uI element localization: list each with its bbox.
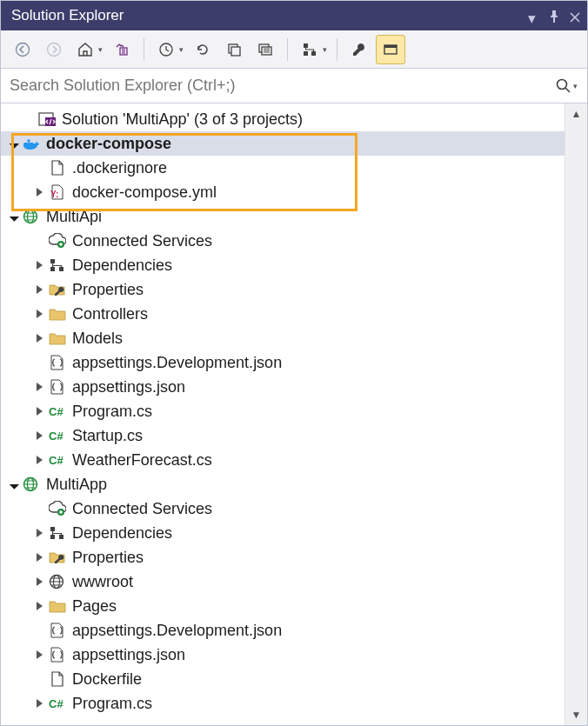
tree-item[interactable]: docker-compose <box>1 131 565 156</box>
tree-item-label: Controllers <box>72 305 148 323</box>
tree-item[interactable]: Dockerfile <box>1 667 565 691</box>
pin-icon[interactable] <box>549 10 561 22</box>
tree-item[interactable]: appsettings.Development.json <box>1 618 565 643</box>
tree-item[interactable]: C#Program.cs <box>1 399 565 423</box>
web-proj-icon <box>22 476 41 493</box>
tree-item-label: Pages <box>72 597 117 616</box>
expander-icon[interactable] <box>6 210 20 223</box>
tree-item[interactable]: wwwroot <box>1 569 565 594</box>
expander-icon[interactable] <box>32 331 46 345</box>
expander-icon[interactable] <box>32 283 46 296</box>
tree-item-label: appsettings.Development.json <box>72 354 282 372</box>
search-icon[interactable]: ▾ <box>554 77 578 95</box>
titlebar: Solution Explorer ▾ <box>1 1 587 30</box>
svg-rect-33 <box>50 527 55 531</box>
tree-item[interactable]: Dependencies <box>1 253 565 277</box>
tree-item[interactable]: appsettings.Development.json <box>1 350 565 375</box>
tree-item-label: Connected Services <box>72 500 212 518</box>
home-button[interactable] <box>70 35 100 64</box>
tree-item[interactable]: Dependencies <box>1 521 565 545</box>
cs-icon: C# <box>48 451 67 469</box>
solution-icon <box>37 110 57 128</box>
connected-icon <box>48 232 67 250</box>
expander-icon[interactable] <box>32 429 46 443</box>
tree-item-label: MultiApi <box>46 208 102 226</box>
tree-item[interactable]: appsettings.json <box>1 375 565 399</box>
tree-item-label: Solution 'MultiApp' (3 of 3 projects) <box>62 110 303 129</box>
tree-item[interactable]: Models <box>1 326 565 350</box>
collapse-all-button[interactable] <box>219 35 249 64</box>
expander-icon[interactable] <box>32 380 46 394</box>
class-view-button[interactable] <box>295 35 324 64</box>
cs-icon: C# <box>48 427 67 444</box>
tree-item-label: Connected Services <box>72 232 212 250</box>
tree-item[interactable]: Properties <box>1 545 565 569</box>
svg-point-1 <box>48 43 61 56</box>
tree-item[interactable]: C#Startup.cs <box>1 423 565 448</box>
tree-item-label: Properties <box>72 281 144 299</box>
tree-item[interactable]: C#WeatherForecast.cs <box>1 448 565 472</box>
search-input[interactable] <box>10 77 554 95</box>
tree-item-label: Models <box>72 330 123 348</box>
tree-item[interactable]: Connected Services <box>1 229 565 253</box>
scroll-down-icon[interactable]: ▼ <box>571 704 582 725</box>
expander-icon[interactable] <box>32 404 46 418</box>
nav-back-button[interactable] <box>8 35 37 64</box>
tree-item-label: appsettings.json <box>72 378 185 396</box>
tree-item[interactable]: MultiApp <box>1 472 565 496</box>
tree-item[interactable]: appsettings.json <box>1 643 565 667</box>
close-icon[interactable] <box>570 10 582 22</box>
tree-item[interactable]: Y:docker-compose.yml <box>1 180 565 204</box>
tree-item[interactable]: Properties <box>1 277 565 302</box>
tree-view[interactable]: Solution 'MultiApp' (3 of 3 projects)doc… <box>1 103 565 725</box>
svg-rect-10 <box>311 51 316 56</box>
expander-icon[interactable] <box>32 648 46 662</box>
file-icon <box>48 670 67 688</box>
tree-item-label: .dockerignore <box>72 159 167 177</box>
expander-icon[interactable] <box>32 258 46 272</box>
expander-icon[interactable] <box>6 137 20 150</box>
properties-button[interactable] <box>344 35 374 64</box>
expander-icon[interactable] <box>32 575 46 589</box>
expander-icon[interactable] <box>32 307 46 321</box>
scroll-up-icon[interactable]: ▲ <box>571 103 582 124</box>
web-proj-icon <box>22 208 41 225</box>
expander-icon[interactable] <box>32 599 46 613</box>
tree-item[interactable]: Connected Services <box>1 496 565 521</box>
tree-item[interactable]: Solution 'MultiApp' (3 of 3 projects) <box>1 107 565 131</box>
svg-rect-26 <box>59 267 63 271</box>
expander-icon[interactable] <box>32 453 46 467</box>
scrollbar[interactable]: ▲ ▼ <box>565 103 587 725</box>
tree-item[interactable]: C#Program.cs <box>1 691 565 716</box>
tree-item[interactable]: .dockerignore <box>1 156 565 180</box>
search-bar: ▾ <box>1 69 587 103</box>
expander-icon[interactable] <box>6 477 20 491</box>
show-all-files-button[interactable] <box>251 35 280 64</box>
preview-button[interactable] <box>376 35 405 64</box>
expander-icon[interactable] <box>32 550 46 564</box>
svg-text:C#: C# <box>49 430 63 443</box>
tree-item[interactable]: Controllers <box>1 302 565 326</box>
svg-rect-7 <box>262 47 271 55</box>
svg-rect-8 <box>304 43 308 48</box>
expander-icon[interactable] <box>32 526 46 540</box>
history-button[interactable] <box>151 35 181 64</box>
svg-text:C#: C# <box>49 454 63 467</box>
wrench-folder-icon <box>48 281 67 298</box>
svg-rect-35 <box>59 535 63 539</box>
svg-text:Y:: Y: <box>50 190 58 199</box>
expander-icon[interactable] <box>32 696 46 710</box>
sync-button[interactable] <box>107 35 137 64</box>
tree-item-label: Program.cs <box>72 695 152 713</box>
tree-item[interactable]: MultiApi <box>1 204 565 229</box>
tree-item[interactable]: Pages <box>1 594 565 618</box>
globe-icon <box>48 573 67 590</box>
refresh-button[interactable] <box>188 35 217 64</box>
expander-icon[interactable] <box>32 185 46 199</box>
tree-item-label: Program.cs <box>72 403 152 421</box>
nav-forward-button[interactable] <box>39 35 69 64</box>
folder-icon <box>48 330 67 347</box>
window-menu-icon[interactable]: ▾ <box>528 10 540 22</box>
cs-icon: C# <box>48 695 67 712</box>
tree-item-label: WeatherForecast.cs <box>72 451 212 470</box>
